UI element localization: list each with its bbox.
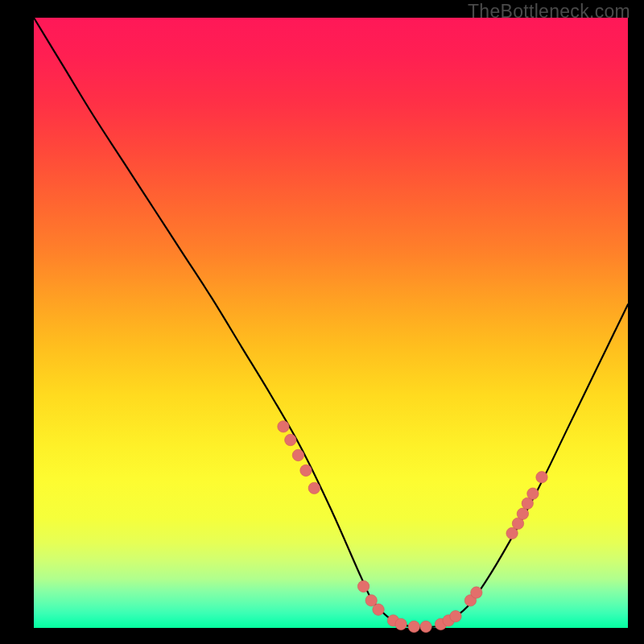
- curve-marker: [517, 508, 528, 519]
- watermark-text: TheBottleneck.com: [468, 1, 630, 23]
- curve-marker: [373, 604, 384, 615]
- curve-marker: [300, 464, 312, 476]
- bottleneck-curve: [34, 18, 628, 627]
- curve-marker: [420, 621, 431, 632]
- curve-marker: [308, 482, 320, 493]
- curve-marker: [292, 449, 303, 460]
- curve-marker: [408, 621, 419, 632]
- plot-area: [34, 18, 628, 628]
- chart-frame: TheBottleneck.com: [0, 0, 644, 644]
- curve-marker: [471, 587, 482, 598]
- curve-marker: [278, 421, 289, 432]
- chart-svg: [34, 18, 628, 628]
- highlighted-segments: [278, 421, 547, 633]
- curve-marker: [285, 434, 296, 445]
- curve-marker: [395, 618, 407, 630]
- curve-marker: [450, 610, 461, 621]
- curve-marker: [357, 580, 369, 592]
- curve-marker: [536, 472, 547, 483]
- curve-marker: [527, 488, 539, 499]
